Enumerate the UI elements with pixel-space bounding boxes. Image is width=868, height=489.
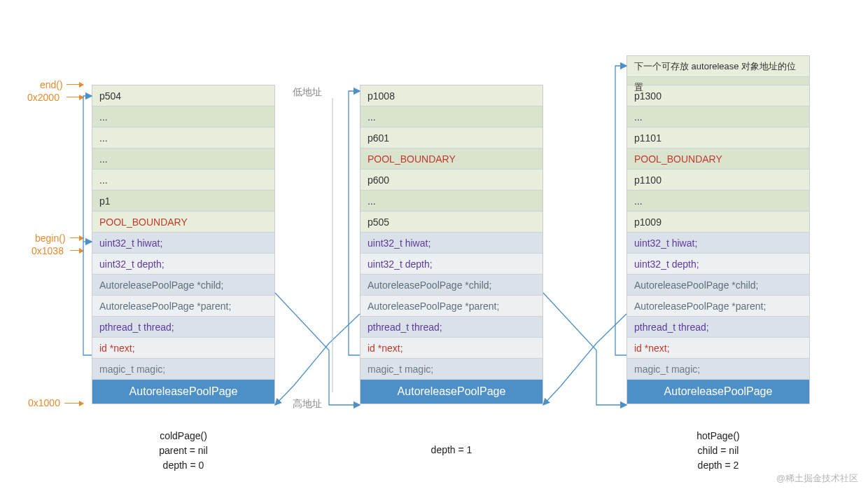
cell-thread: pthread_t thread; (92, 317, 274, 338)
watermark: @稀土掘金技术社区 (776, 472, 858, 485)
cell: p1300 (627, 85, 809, 106)
label-addr-begin: 0x1038 (31, 245, 64, 256)
label-low-addr: 低地址 (293, 86, 322, 99)
cell: p1101 (627, 128, 809, 149)
cell-pool-boundary: POOL_BOUNDARY (360, 149, 542, 170)
cell-child: AutoreleasePoolPage *child; (360, 275, 542, 296)
label-end: end() (40, 79, 63, 90)
page-title: AutoreleasePoolPage (360, 380, 542, 404)
page-title: AutoreleasePoolPage (92, 380, 274, 404)
cell-hiwat: uint32_t hiwat; (360, 233, 542, 254)
label-addr-base: 0x1000 (28, 397, 60, 408)
arrow-base (64, 403, 83, 404)
page-1: p1008 ... p601 POOL_BOUNDARY p600 ... p5… (360, 85, 543, 404)
cell-parent: AutoreleasePoolPage *parent; (627, 296, 809, 317)
cell: p601 (360, 128, 542, 149)
cell: ... (627, 191, 809, 212)
diagram-canvas: end() 0x2000 begin() 0x1038 0x1000 栈顶 低地… (0, 0, 868, 489)
cell: ... (360, 106, 542, 128)
cell-thread: pthread_t thread; (360, 317, 542, 338)
cell: p504 (92, 85, 274, 106)
cell-magic: magic_t magic; (92, 359, 274, 380)
cell-parent: AutoreleasePoolPage *parent; (92, 296, 274, 317)
cell-thread: pthread_t thread; (627, 317, 809, 338)
cell-magic: magic_t magic; (627, 359, 809, 380)
cell: ... (92, 106, 274, 128)
cell-depth: uint32_t depth; (627, 254, 809, 275)
caption-0: coldPage() parent = nil depth = 0 (92, 429, 275, 473)
caption-2: hotPage() child = nil depth = 2 (626, 429, 810, 473)
cell-pool-boundary: POOL_BOUNDARY (627, 149, 809, 170)
cell-parent: AutoreleasePoolPage *parent; (360, 296, 542, 317)
page-2: 下一个可存放 autorelease 对象地址的位置 p1300 ... p11… (626, 55, 810, 404)
cell-depth: uint32_t depth; (360, 254, 542, 275)
cell: ... (360, 191, 542, 212)
cell-next: id *next; (627, 338, 809, 359)
cell-magic: magic_t magic; (360, 359, 542, 380)
page-title: AutoreleasePoolPage (627, 380, 809, 404)
label-addr-end: 0x2000 (27, 92, 59, 103)
cell-next: id *next; (360, 338, 542, 359)
cell: ... (92, 149, 274, 170)
page-0: p504 ... ... ... ... p1 POOL_BOUNDARY ui… (92, 85, 275, 404)
cell-hiwat: uint32_t hiwat; (627, 233, 809, 254)
cell: p1009 (627, 212, 809, 233)
cell-child: AutoreleasePoolPage *child; (627, 275, 809, 296)
cell: p1008 (360, 85, 542, 106)
arrow-end-addr (66, 97, 83, 97)
cell-next: id *next; (92, 338, 274, 359)
arrow-end (66, 84, 83, 85)
label-high-addr: 高地址 (293, 398, 322, 411)
cell: p505 (360, 212, 542, 233)
cell: ... (92, 128, 274, 149)
cell-pool-boundary: POOL_BOUNDARY (92, 212, 274, 233)
label-begin: begin() (35, 233, 66, 244)
cell: p1100 (627, 170, 809, 191)
caption-1: depth = 1 (360, 443, 543, 457)
cell: p1 (92, 191, 274, 212)
arrow-begin (70, 237, 83, 238)
arrow-begin-addr (70, 250, 83, 251)
cell: ... (92, 170, 274, 191)
cell-depth: uint32_t depth; (92, 254, 274, 275)
cell-hiwat: uint32_t hiwat; (92, 233, 274, 254)
cell-top-note: 下一个可存放 autorelease 对象地址的位置 (627, 56, 809, 77)
cell: ... (627, 106, 809, 128)
cell: p600 (360, 170, 542, 191)
cell-child: AutoreleasePoolPage *child; (92, 275, 274, 296)
cell-gap (627, 77, 809, 85)
